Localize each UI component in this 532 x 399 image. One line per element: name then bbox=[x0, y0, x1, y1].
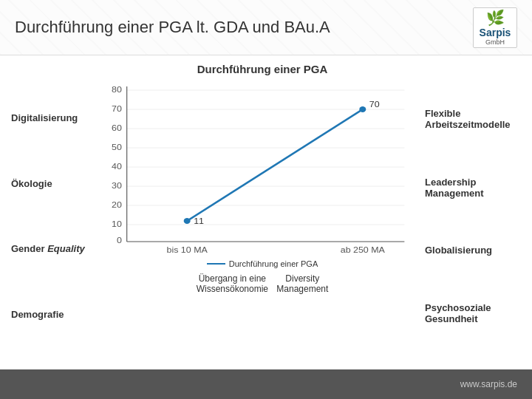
chart-svg: 80 70 60 50 40 30 20 10 0 bbox=[103, 79, 421, 256]
chart-legend: Durchführung einer PGA bbox=[103, 259, 421, 268]
label-psychosoziale: PsychosozialeGesundheit bbox=[425, 302, 521, 324]
svg-point-21 bbox=[359, 106, 366, 112]
svg-line-19 bbox=[187, 109, 363, 221]
footer-url: www.sarpis.de bbox=[460, 379, 517, 389]
label-gender-equality: Gender Equality bbox=[11, 243, 100, 254]
label-leadership: LeadershipManagement bbox=[425, 177, 521, 199]
svg-text:30: 30 bbox=[112, 181, 122, 190]
svg-text:20: 20 bbox=[112, 200, 122, 209]
label-demografie: Demografie bbox=[11, 309, 100, 320]
page-title: Durchführung einer PGA lt. GDA und BAu.A bbox=[15, 18, 330, 37]
svg-text:50: 50 bbox=[112, 143, 122, 151]
label-globalisierung: Globalisierung bbox=[425, 245, 521, 256]
svg-text:70: 70 bbox=[112, 104, 122, 113]
label-oekologie: Ökologie bbox=[11, 178, 100, 189]
logo-box: 🌿 Sarpis GmbH bbox=[473, 7, 517, 48]
svg-text:0: 0 bbox=[117, 236, 122, 245]
chart-title: Durchführung einer PGA bbox=[103, 63, 421, 75]
right-labels: FlexibleArbeitszeitmodelle LeadershipMan… bbox=[425, 63, 521, 362]
chart-area: Durchführung einer PGA 80 70 60 50 40 30… bbox=[100, 63, 425, 362]
svg-text:ab 250 MA: ab 250 MA bbox=[341, 245, 385, 254]
left-labels: Digitalisierung Ökologie Gender Equality… bbox=[11, 63, 100, 362]
logo-gmbh: GmbH bbox=[485, 38, 505, 46]
label-wissensokonomie: Übergang in eineWissensökonomie bbox=[197, 273, 268, 294]
main-content: Digitalisierung Ökologie Gender Equality… bbox=[0, 55, 532, 369]
chart-container: 80 70 60 50 40 30 20 10 0 bbox=[103, 79, 421, 256]
logo-icon: 🌿 bbox=[486, 9, 505, 27]
svg-text:10: 10 bbox=[112, 219, 122, 228]
legend-label: Durchführung einer PGA bbox=[229, 259, 318, 268]
svg-text:70: 70 bbox=[369, 100, 380, 109]
header: Durchführung einer PGA lt. GDA und BAu.A… bbox=[0, 0, 532, 55]
svg-text:60: 60 bbox=[112, 123, 122, 132]
svg-text:bis 10 MA: bis 10 MA bbox=[167, 245, 208, 254]
svg-text:80: 80 bbox=[112, 85, 122, 94]
footer: www.sarpis.de bbox=[0, 369, 532, 399]
svg-text:40: 40 bbox=[112, 162, 122, 171]
logo-area: 🌿 Sarpis GmbH bbox=[473, 7, 517, 48]
logo-name: Sarpis bbox=[480, 27, 511, 38]
svg-point-20 bbox=[184, 218, 191, 224]
label-flexible: FlexibleArbeitszeitmodelle bbox=[425, 108, 521, 130]
bottom-row: Übergang in eineWissensökonomie Diversit… bbox=[103, 270, 421, 298]
svg-text:11: 11 bbox=[194, 216, 204, 225]
legend-line-icon bbox=[207, 263, 225, 265]
label-diversity: DiversityManagement bbox=[276, 273, 328, 294]
label-digitalisierung: Digitalisierung bbox=[11, 112, 100, 123]
